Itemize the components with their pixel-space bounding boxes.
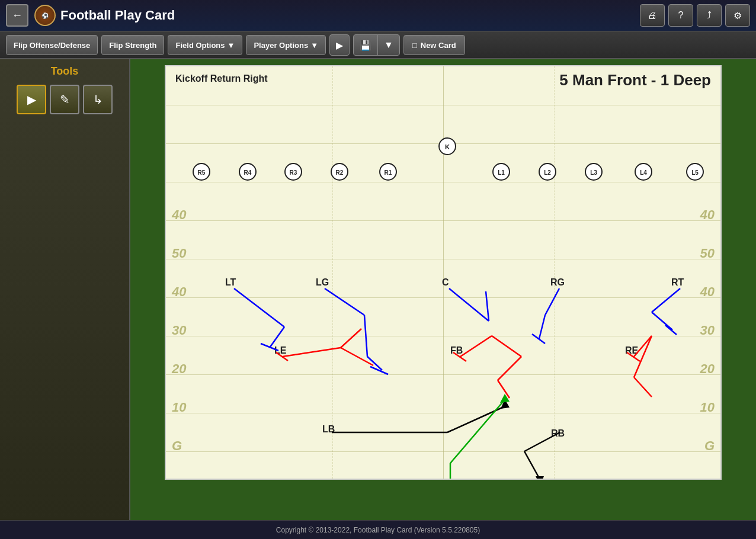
player-options-label: Player Options: [254, 41, 308, 50]
svg-text:R5: R5: [198, 169, 206, 176]
copyright-text: Copyright © 2013-2022, Football Play Car…: [276, 526, 480, 534]
draw-icon: ✎: [60, 92, 70, 107]
footer: Copyright © 2013-2022, Football Play Car…: [0, 520, 756, 539]
svg-text:L2: L2: [544, 169, 551, 176]
svg-text:L3: L3: [590, 169, 597, 176]
sidebar: Tools ▶ ✎ ↳: [0, 59, 130, 520]
svg-line-51: [276, 352, 288, 361]
app-header: ← ⚽ Football Play Card 🖨 ? ⤴ ⚙: [0, 0, 756, 32]
yard-label-40b-right: 40: [700, 284, 715, 300]
svg-point-18: [635, 163, 652, 180]
new-card-label: New Card: [421, 41, 456, 50]
sidebar-title: Tools: [51, 65, 79, 78]
yard-label-20-right: 20: [700, 361, 715, 377]
svg-line-49: [341, 348, 373, 365]
svg-line-52: [460, 336, 492, 357]
save-button[interactable]: 💾: [354, 35, 378, 55]
svg-text:L4: L4: [640, 169, 647, 176]
yard-label-40b-left: 40: [172, 284, 186, 300]
svg-line-39: [370, 367, 388, 374]
save-dropdown-button[interactable]: ▼: [378, 35, 399, 55]
svg-point-8: [380, 163, 396, 180]
svg-line-55: [498, 380, 510, 398]
help-button[interactable]: ?: [668, 4, 693, 27]
print-icon: 🖨: [648, 10, 657, 21]
svg-line-34: [270, 327, 284, 348]
yard-label-20-left: 20: [172, 361, 186, 377]
svg-text:LB: LB: [322, 424, 335, 434]
play-name: Kickoff Return Right: [175, 73, 268, 84]
center-line: [443, 66, 444, 479]
flip-strength-button[interactable]: Flip Strength: [101, 35, 164, 55]
hash-right: [554, 66, 555, 479]
svg-point-12: [493, 163, 510, 180]
field-options-chevron-icon: ▼: [228, 41, 235, 50]
svg-line-46: [652, 312, 672, 330]
logo-text: ⚽: [41, 12, 49, 19]
svg-line-42: [545, 288, 559, 315]
svg-text:LG: LG: [316, 277, 329, 287]
logo-area: ⚽ Football Play Card: [34, 5, 640, 26]
svg-text:L1: L1: [498, 169, 505, 176]
svg-line-58: [634, 336, 652, 377]
svg-text:K: K: [445, 143, 450, 150]
svg-line-54: [498, 357, 521, 380]
new-card-button[interactable]: □ New Card: [403, 35, 465, 55]
back-icon: ←: [12, 9, 23, 22]
sidebar-tools: ▶ ✎ ↳: [17, 85, 113, 114]
svg-line-57: [634, 336, 652, 357]
flip-offense-button[interactable]: Flip Offense/Defense: [6, 35, 98, 55]
svg-line-68: [450, 401, 504, 463]
header-actions: 🖨 ? ⤴ ⚙: [640, 4, 750, 27]
settings-button[interactable]: ⚙: [725, 4, 750, 27]
svg-text:R1: R1: [385, 169, 392, 176]
svg-line-60: [627, 352, 640, 361]
app-logo-icon: ⚽: [34, 5, 56, 26]
svg-text:RB: RB: [551, 428, 565, 438]
yard-label-40-right: 40: [700, 207, 715, 223]
yard-label-g-right: G: [704, 438, 715, 454]
svg-point-14: [539, 163, 556, 180]
yard-label-g-left: G: [172, 438, 182, 454]
player-options-chevron-icon: ▼: [310, 41, 318, 50]
player-options-button[interactable]: Player Options ▼: [246, 35, 326, 55]
yard-label-30-left: 30: [172, 323, 186, 338]
svg-text:RG: RG: [550, 277, 565, 287]
select-tool-button[interactable]: ▶: [17, 85, 46, 114]
share-icon: ⤴: [707, 10, 712, 21]
yard-label-30-right: 30: [700, 323, 715, 338]
play-title: 5 Man Front - 1 Deep: [559, 71, 711, 89]
svg-text:L5: L5: [691, 169, 699, 176]
svg-text:FB: FB: [450, 345, 463, 355]
svg-text:R2: R2: [336, 169, 344, 176]
svg-text:LT: LT: [225, 277, 236, 287]
print-button[interactable]: 🖨: [640, 4, 665, 27]
cursor-icon: ▶: [27, 92, 36, 107]
svg-line-38: [367, 357, 382, 370]
new-card-icon: □: [412, 41, 417, 50]
svg-text:LE: LE: [274, 345, 287, 355]
svg-point-10: [439, 138, 456, 155]
svg-text:R3: R3: [290, 169, 297, 176]
route-tool-button[interactable]: ↳: [83, 85, 113, 114]
yard-label-50-left: 50: [172, 246, 186, 261]
football-field[interactable]: 40 50 40 30 20 10 G 40 50 40 30 20 10 G …: [165, 65, 722, 480]
svg-line-40: [449, 288, 489, 321]
svg-line-53: [492, 336, 521, 357]
field-options-button[interactable]: Field Options ▼: [168, 35, 242, 55]
svg-line-36: [325, 288, 364, 315]
svg-point-20: [687, 163, 703, 180]
play-button[interactable]: ▶: [330, 35, 349, 55]
yard-label-40-left: 40: [172, 207, 186, 223]
yard-label-10-right: 10: [700, 400, 715, 415]
draw-tool-button[interactable]: ✎: [50, 85, 79, 114]
yard-label-10-left: 10: [172, 400, 186, 415]
svg-point-6: [331, 163, 348, 180]
share-button[interactable]: ⤴: [697, 4, 722, 27]
svg-text:RE: RE: [625, 345, 639, 355]
svg-line-65: [524, 451, 539, 478]
svg-text:RT: RT: [671, 277, 684, 287]
field-options-label: Field Options: [175, 41, 225, 50]
back-button[interactable]: ←: [6, 4, 28, 27]
svg-line-43: [539, 315, 545, 339]
